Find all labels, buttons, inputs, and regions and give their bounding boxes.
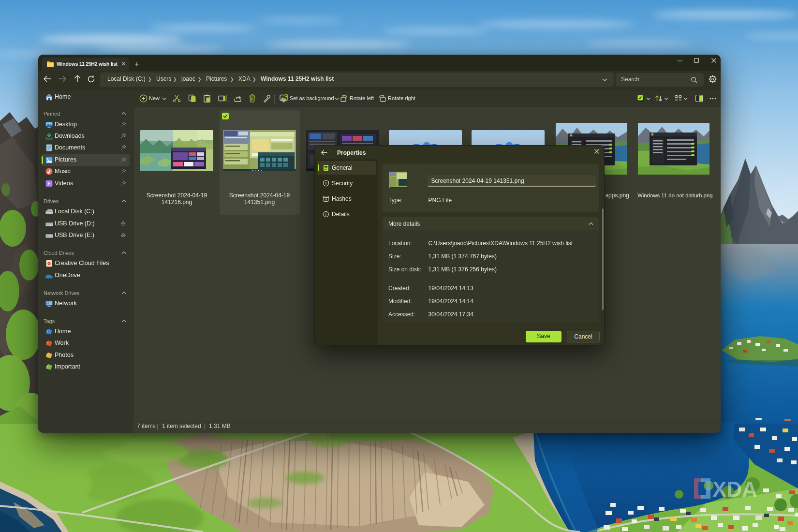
svg-text:XDA: XDA xyxy=(712,477,757,500)
